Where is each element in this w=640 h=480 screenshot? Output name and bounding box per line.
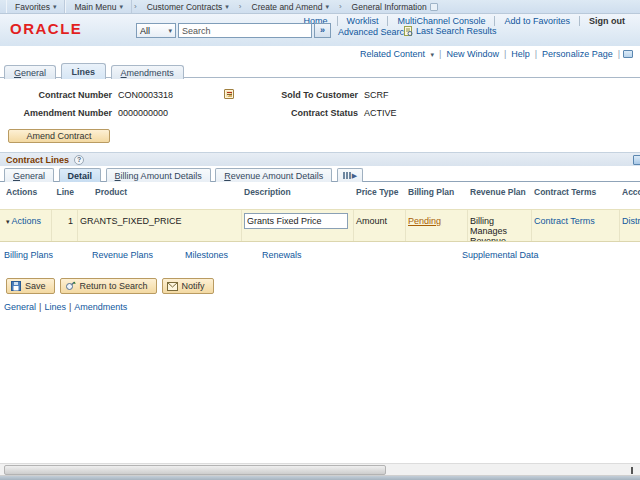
- breadcrumb-create-and-amend[interactable]: Create and Amend ▾: [244, 0, 337, 13]
- tab-amendments[interactable]: Amendments: [111, 65, 184, 79]
- description-input[interactable]: [244, 213, 348, 229]
- search-input[interactable]: [178, 23, 312, 38]
- breadcrumb-customer-contracts[interactable]: Customer Contracts ▾: [139, 0, 237, 13]
- supplemental-data-link[interactable]: Supplemental Data: [462, 250, 539, 260]
- subtab-label: Billing Amount Details: [115, 171, 202, 181]
- last-search-results-link[interactable]: Last Search Results: [416, 26, 497, 36]
- contract-lines-grid: Actions Line Product Description Price T…: [0, 182, 640, 242]
- application-window: Favorites ▾ Main Menu ▾ › Customer Contr…: [0, 0, 640, 480]
- product-value: GRANTS_FIXED_PRICE: [78, 210, 242, 241]
- amendment-number-label: Amendment Number: [0, 108, 112, 118]
- save-button[interactable]: Save: [6, 278, 55, 294]
- sign-out-link[interactable]: Sign out: [579, 16, 634, 26]
- return-to-search-button[interactable]: Return to Search: [60, 278, 157, 294]
- footer-amendments-link[interactable]: Amendments: [74, 302, 127, 312]
- window-bottom-edge: [0, 476, 640, 480]
- breadcrumb-separator: ›: [237, 2, 244, 11]
- save-label: Save: [25, 281, 46, 291]
- horizontal-scrollbar-thumb[interactable]: [4, 465, 386, 475]
- show-all-columns-tab[interactable]: ▶: [337, 168, 363, 182]
- column-header-product: Product: [78, 187, 242, 209]
- sold-to-customer-value: SCRF: [358, 90, 389, 100]
- main-menu[interactable]: Main Menu ▾: [65, 0, 132, 13]
- contract-terms-link[interactable]: Contract Terms: [534, 216, 595, 226]
- personalize-layout-icon[interactable]: [623, 50, 633, 58]
- chevron-down-icon: ▾: [6, 218, 10, 225]
- revenue-plan-value: Billing Manages Revenue: [468, 210, 532, 241]
- component-tabs: General Lines Amendments: [0, 62, 640, 78]
- grid-personalize-icon[interactable]: [633, 155, 640, 165]
- chevron-down-icon: ▾: [53, 3, 57, 11]
- tab-lines[interactable]: Lines: [61, 63, 107, 79]
- crumb-label: General Information: [352, 2, 427, 12]
- footer-lines-link[interactable]: Lines: [44, 302, 66, 312]
- line-related-links: Billing Plans Revenue Plans Milestones R…: [0, 250, 640, 262]
- subtab-general[interactable]: General: [4, 168, 54, 182]
- amendment-number-value: 0000000000: [112, 108, 224, 118]
- chevron-down-icon: ▾: [325, 3, 329, 11]
- search-scope-dropdown[interactable]: All ▾: [136, 23, 176, 38]
- masthead: Home Worklist MultiChannel Console Add t…: [0, 14, 640, 46]
- grid-header-row: Actions Line Product Description Price T…: [0, 182, 640, 209]
- contract-lines-header: Contract Lines ?: [0, 152, 640, 166]
- line-number: 1: [52, 210, 78, 241]
- help-link[interactable]: Help: [506, 49, 535, 59]
- search-scope-value: All: [140, 26, 150, 36]
- subtab-label: Revenue Amount Details: [224, 171, 323, 181]
- personalize-page-link[interactable]: Personalize Page: [537, 49, 618, 59]
- breadcrumb-separator: ›: [132, 2, 139, 11]
- footer-general-link[interactable]: General: [4, 302, 36, 312]
- contract-status-label: Contract Status: [258, 108, 358, 118]
- notify-icon: [167, 282, 178, 291]
- subtab-revenue-amount-details[interactable]: Revenue Amount Details: [215, 168, 332, 182]
- main-menu-label: Main Menu: [74, 2, 116, 12]
- revenue-plans-link[interactable]: Revenue Plans: [92, 250, 153, 260]
- tab-label: Amendments: [121, 68, 174, 78]
- page-toolbar: Save Return to Search Notify: [6, 278, 640, 294]
- resize-grip-icon: [631, 467, 633, 474]
- sold-to-customer-label: Sold To Customer: [258, 90, 358, 100]
- footer-tab-links: General|Lines|Amendments: [4, 302, 640, 312]
- column-header-line: Line: [52, 187, 78, 209]
- crumb-label: Customer Contracts: [147, 2, 223, 12]
- billing-plans-link[interactable]: Billing Plans: [4, 250, 53, 260]
- help-icon[interactable]: ?: [74, 155, 84, 165]
- column-header-billing-plan: Billing Plan: [406, 187, 468, 209]
- subtab-detail[interactable]: Detail: [59, 168, 102, 182]
- worklist-link[interactable]: Worklist: [337, 16, 388, 26]
- save-icon: [11, 281, 21, 291]
- favorites-menu[interactable]: Favorites ▾: [6, 0, 65, 13]
- column-header-price-type: Price Type: [354, 187, 406, 209]
- chevron-down-icon: ▾: [225, 3, 229, 11]
- oracle-logo: ORACLE: [10, 20, 82, 37]
- contract-number-label: Contract Number: [0, 90, 112, 100]
- search-go-button[interactable]: »: [314, 23, 331, 38]
- tab-general[interactable]: General: [4, 65, 56, 79]
- subtab-billing-amount-details[interactable]: Billing Amount Details: [106, 168, 211, 182]
- notify-button[interactable]: Notify: [162, 278, 214, 294]
- last-search-results-icon: [404, 26, 413, 36]
- subtab-label: General: [13, 171, 45, 181]
- price-type-value: Amount: [354, 210, 406, 241]
- billing-plan-link[interactable]: Pending: [408, 216, 441, 226]
- advanced-search-link[interactable]: Advanced Search: [338, 27, 409, 37]
- chevron-down-icon: ▾: [120, 3, 124, 11]
- amend-contract-button[interactable]: Amend Contract: [8, 129, 110, 143]
- new-window-link[interactable]: New Window: [441, 49, 504, 59]
- row-actions-button[interactable]: ▾Actions: [6, 216, 41, 226]
- add-to-favorites-link[interactable]: Add to Favorites: [494, 16, 579, 26]
- multichannel-console-link[interactable]: MultiChannel Console: [387, 16, 494, 26]
- comments-icon[interactable]: [224, 89, 234, 99]
- accounting-distribution-link[interactable]: Distribution: [622, 216, 640, 226]
- page-actions-bar: Related Content ▾ | New Window | Help | …: [0, 46, 640, 62]
- contract-lines-title: Contract Lines: [6, 155, 69, 165]
- renewals-link[interactable]: Renewals: [262, 250, 302, 260]
- related-content-link[interactable]: Related Content ▾: [355, 49, 439, 59]
- horizontal-scrollbar-track[interactable]: [0, 463, 640, 476]
- column-header-description: Description: [242, 187, 354, 209]
- related-content-label: Related Content: [360, 49, 425, 59]
- return-to-search-icon: [65, 281, 76, 291]
- contract-lines-tabs: General Detail Billing Amount Details Re…: [0, 166, 640, 182]
- processing-icon: [430, 3, 438, 11]
- milestones-link[interactable]: Milestones: [185, 250, 228, 260]
